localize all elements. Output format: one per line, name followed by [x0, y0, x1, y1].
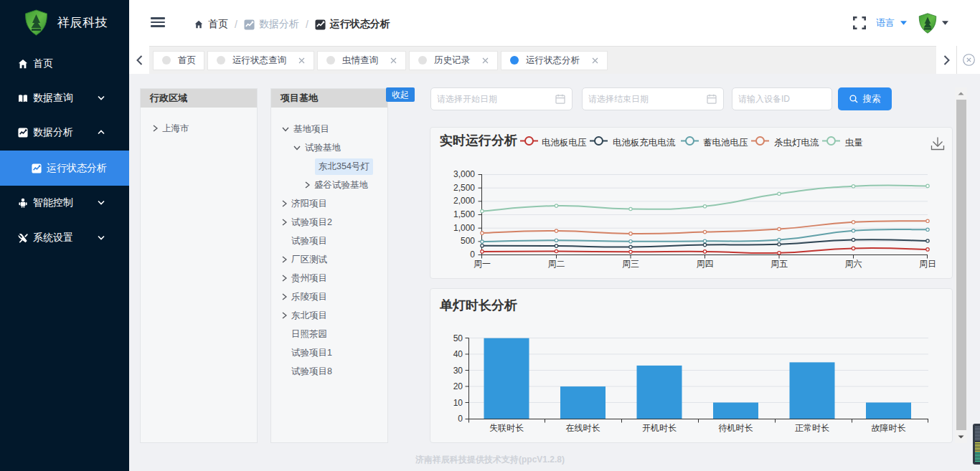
svg-text:1,500: 1,500: [453, 209, 475, 219]
svg-text:周二: 周二: [548, 259, 565, 269]
svg-text:周六: 周六: [845, 259, 862, 269]
svg-text:30: 30: [453, 366, 463, 376]
svg-text:40: 40: [453, 349, 463, 359]
svg-text:50: 50: [453, 333, 463, 343]
svg-text:周日: 周日: [919, 259, 936, 269]
svg-text:电池板电压: 电池板电压: [542, 138, 587, 148]
svg-text:正常时长: 正常时长: [795, 423, 829, 433]
svg-text:2,500: 2,500: [453, 183, 475, 193]
svg-text:周三: 周三: [622, 259, 639, 269]
svg-text:3,000: 3,000: [453, 169, 475, 179]
svg-text:待机时长: 待机时长: [719, 423, 753, 433]
svg-text:失联时长: 失联时长: [489, 423, 524, 433]
svg-text:虫量: 虫量: [845, 138, 863, 148]
svg-text:杀虫灯电流: 杀虫灯电流: [774, 138, 819, 148]
svg-text:实时运行分析: 实时运行分析: [440, 133, 517, 148]
svg-text:0: 0: [470, 249, 475, 260]
svg-text:开机时长: 开机时长: [642, 423, 677, 433]
svg-text:蓄电池电压: 蓄电池电压: [703, 138, 748, 148]
svg-text:电池板充电电流: 电池板充电电流: [613, 138, 676, 148]
svg-text:1,000: 1,000: [453, 223, 475, 233]
svg-text:周四: 周四: [697, 259, 714, 269]
svg-text:2,000: 2,000: [453, 196, 475, 206]
svg-text:周一: 周一: [473, 259, 491, 269]
svg-text:周五: 周五: [771, 259, 788, 269]
svg-text:0: 0: [458, 414, 463, 424]
svg-text:故障时长: 故障时长: [872, 423, 906, 433]
svg-text:20: 20: [453, 381, 463, 391]
svg-text:单灯时长分析: 单灯时长分析: [439, 298, 517, 313]
svg-text:10: 10: [453, 398, 463, 408]
svg-text:500: 500: [461, 236, 475, 246]
svg-text:在线时长: 在线时长: [566, 423, 600, 433]
